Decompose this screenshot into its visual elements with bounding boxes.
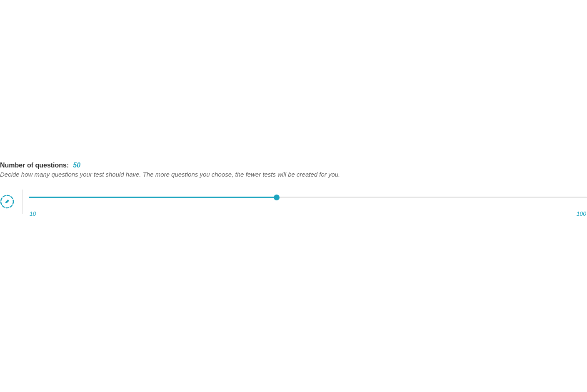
questions-slider[interactable]	[29, 195, 587, 200]
vertical-divider	[22, 190, 23, 214]
questions-description: Decide how many questions your test shou…	[0, 171, 587, 178]
slider-range-labels: 10 100	[29, 210, 587, 217]
slider-track-fill	[29, 197, 277, 198]
slider-section: 10 100	[0, 190, 587, 217]
slider-min-label: 10	[30, 210, 36, 217]
questions-label: Number of questions:	[0, 162, 69, 169]
slider-max-label: 100	[577, 210, 586, 217]
questions-value: 50	[73, 162, 80, 169]
slider-thumb[interactable]	[274, 195, 280, 200]
edit-dashed-circle-icon	[0, 195, 14, 209]
slider-area: 10 100	[29, 190, 587, 217]
questions-header: Number of questions: 50	[0, 162, 587, 169]
